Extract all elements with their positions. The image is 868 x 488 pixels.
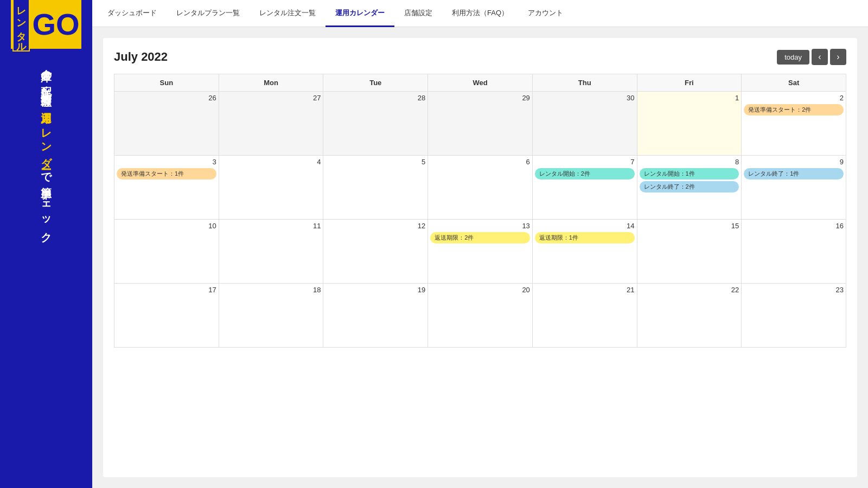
day-cell-2[interactable]: 2 発送準備スタート：2件 xyxy=(742,92,846,156)
day-cell-10[interactable]: 10 xyxy=(114,220,219,284)
event-tag[interactable]: 返送期限：1件 xyxy=(535,232,635,243)
event-tag[interactable]: レンタル終了：1件 xyxy=(744,168,844,179)
sidebar: レンタル GO 倉庫の配送・返却管理は運用カレンダーで簡単チェック xyxy=(0,0,92,488)
calendar-header: July 2022 today ‹ › xyxy=(114,49,846,65)
day-cell-17[interactable]: 17 xyxy=(114,284,219,348)
day-cell-22[interactable]: 22 xyxy=(637,284,742,348)
event-tag[interactable]: 発送準備スタート：1件 xyxy=(117,168,216,179)
day-cell-27[interactable]: 27 xyxy=(219,92,324,156)
nav-buttons: today ‹ › xyxy=(777,49,846,65)
day-cell-21[interactable]: 21 xyxy=(533,284,637,348)
nav-item-faq[interactable]: 利用方法（FAQ） xyxy=(442,0,518,27)
day-header-sat: Sat xyxy=(742,74,846,92)
day-cell-30[interactable]: 30 xyxy=(533,92,637,156)
event-tag[interactable]: レンタル開始：1件 xyxy=(640,168,739,179)
day-cell-20[interactable]: 20 xyxy=(428,284,533,348)
day-cell-8[interactable]: 8 レンタル開始：1件 レンタル終了：2件 xyxy=(637,156,742,220)
day-cell-23[interactable]: 23 xyxy=(742,284,846,348)
day-cell-3[interactable]: 3 発送準備スタート：1件 xyxy=(114,156,219,220)
day-cell-28[interactable]: 28 xyxy=(323,92,428,156)
nav-item-orders[interactable]: レンタル注文一覧 xyxy=(250,0,326,27)
day-cell-9[interactable]: 9 レンタル終了：1件 xyxy=(742,156,846,220)
today-button[interactable]: today xyxy=(777,50,809,65)
logo-rental-text: レンタル xyxy=(12,0,30,52)
day-cell-15[interactable]: 15 xyxy=(637,220,742,284)
day-cell-5[interactable]: 5 xyxy=(323,156,428,220)
day-cell-19[interactable]: 19 xyxy=(323,284,428,348)
day-cell-1[interactable]: 1 xyxy=(637,92,742,156)
event-tag[interactable]: 発送準備スタート：2件 xyxy=(744,104,844,115)
day-header-fri: Fri xyxy=(637,74,742,92)
event-tag[interactable]: レンタル終了：2件 xyxy=(640,181,739,192)
day-header-sun: Sun xyxy=(114,74,219,92)
next-button[interactable]: › xyxy=(830,49,846,65)
main-content: ダッシュボード レンタルプラン一覧 レンタル注文一覧 運用カレンダー 店舗設定 … xyxy=(92,0,868,488)
day-cell-11[interactable]: 11 xyxy=(219,220,324,284)
day-cell-29[interactable]: 29 xyxy=(428,92,533,156)
nav-item-dashboard[interactable]: ダッシュボード xyxy=(98,0,167,27)
event-tag[interactable]: レンタル開始：2件 xyxy=(535,168,635,179)
calendar-title: July 2022 xyxy=(114,50,168,64)
calendar-container: July 2022 today ‹ › Sun Mon Tue Wed Thu … xyxy=(103,38,857,477)
day-cell-14[interactable]: 14 返送期限：1件 xyxy=(533,220,637,284)
day-cell-18[interactable]: 18 xyxy=(219,284,324,348)
prev-button[interactable]: ‹ xyxy=(812,49,828,65)
day-cell-7[interactable]: 7 レンタル開始：2件 xyxy=(533,156,637,220)
nav-item-account[interactable]: アカウント xyxy=(518,0,573,27)
day-cell-16[interactable]: 16 xyxy=(742,220,846,284)
day-cell-12[interactable]: 12 xyxy=(323,220,428,284)
day-header-thu: Thu xyxy=(533,74,637,92)
logo[interactable]: レンタル GO xyxy=(11,0,81,49)
logo-go-text: GO xyxy=(32,9,79,40)
day-cell-26[interactable]: 26 xyxy=(114,92,219,156)
nav-bar: ダッシュボード レンタルプラン一覧 レンタル注文一覧 運用カレンダー 店舗設定 … xyxy=(92,0,868,27)
day-header-mon: Mon xyxy=(219,74,324,92)
calendar-grid: Sun Mon Tue Wed Thu Fri Sat 26 27 28 29 … xyxy=(114,74,846,348)
day-cell-13[interactable]: 13 返送期限：2件 xyxy=(428,220,533,284)
event-tag[interactable]: 返送期限：2件 xyxy=(430,232,530,243)
nav-item-calendar[interactable]: 運用カレンダー xyxy=(326,0,394,27)
day-header-wed: Wed xyxy=(428,74,533,92)
nav-item-store[interactable]: 店舗設定 xyxy=(394,0,442,27)
nav-item-plans[interactable]: レンタルプラン一覧 xyxy=(167,0,250,27)
day-cell-6[interactable]: 6 xyxy=(428,156,533,220)
sidebar-tagline: 倉庫の配送・返却管理は運用カレンダーで簡単チェック xyxy=(39,61,54,239)
day-header-tue: Tue xyxy=(323,74,428,92)
day-cell-4[interactable]: 4 xyxy=(219,156,324,220)
